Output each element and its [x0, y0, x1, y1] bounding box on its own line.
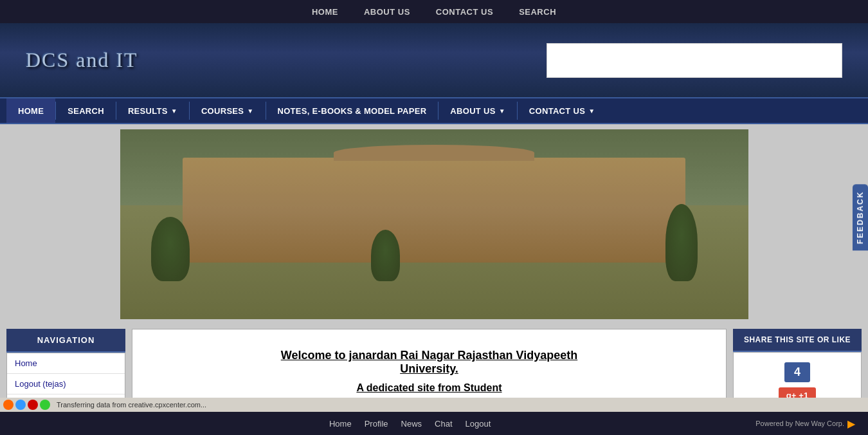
- welcome-line2: University.: [400, 362, 458, 375]
- powered-icon: ▶: [847, 418, 855, 430]
- status-bar: Transferring data from creative.cpxcente…: [0, 398, 868, 412]
- site-logo: DCS and IT: [26, 48, 138, 72]
- header-search-input[interactable]: [547, 43, 842, 78]
- top-home-link[interactable]: HOME: [312, 7, 338, 17]
- nav-about[interactable]: ABOUT US ▼: [439, 98, 517, 123]
- powered-text: Powered by New Way Corp.: [755, 420, 844, 427]
- hero-wrapper: [0, 124, 868, 322]
- share-header: SHARE THIS SITE OR LIKE: [733, 329, 862, 352]
- hero-overlay: [120, 129, 748, 319]
- footer-profile[interactable]: Profile: [365, 419, 388, 429]
- nav-notes[interactable]: NOTES, E-BOOKS & MODEL PAPER: [266, 98, 439, 123]
- welcome-title: Welcome to janardan Rai Nagar Rajasthan …: [145, 349, 713, 376]
- nav-about-label: ABOUT US: [450, 106, 495, 116]
- nav-courses-arrow: ▼: [247, 107, 253, 115]
- nav-contact[interactable]: CONTACT US ▼: [518, 98, 606, 123]
- status-dot-3: [28, 400, 38, 410]
- nav-contact-arrow: ▼: [588, 107, 595, 115]
- footer-logout[interactable]: Logout: [466, 419, 491, 429]
- nav-results-label: RESULTS: [128, 106, 168, 116]
- top-bar: HOME ABOUT US CONTACT US SEARCH: [0, 0, 868, 23]
- footer-news[interactable]: News: [401, 419, 422, 429]
- feedback-tab[interactable]: FEEDBACK: [853, 185, 868, 251]
- footer-bar: Home Profile News Chat Logout Powered by…: [0, 412, 868, 435]
- sidebar-nav-home[interactable]: Home: [7, 353, 125, 374]
- top-about-link[interactable]: ABOUT US: [364, 7, 410, 17]
- status-dot-4: [40, 400, 50, 410]
- status-dot-1: [3, 400, 14, 410]
- sidebar-nav-logout[interactable]: Logout (tejas): [7, 374, 125, 394]
- fb-count: 4: [784, 362, 810, 382]
- nav-results[interactable]: RESULTS ▼: [116, 98, 189, 123]
- welcome-subtitle: A dedicated site from Student: [145, 382, 713, 394]
- sidebar-header: NAVIGATION: [6, 329, 125, 353]
- hero-scene: [120, 129, 748, 319]
- nav-search[interactable]: SEARCH: [56, 98, 116, 123]
- top-contact-link[interactable]: CONTACT US: [436, 7, 493, 17]
- status-dot-2: [15, 400, 26, 410]
- nav-courses-label: COURSES: [201, 106, 244, 116]
- nav-contact-label: CONTACT US: [529, 106, 585, 116]
- status-icons: [3, 400, 50, 410]
- nav-bar: HOME SEARCH RESULTS ▼ COURSES ▼ NOTES, E…: [0, 97, 868, 124]
- welcome-line1: Welcome to janardan Rai Nagar Rajasthan …: [281, 349, 577, 362]
- footer-home[interactable]: Home: [329, 419, 352, 429]
- header: DCS and IT: [0, 23, 868, 97]
- footer-powered: Powered by New Way Corp. ▶: [755, 418, 855, 430]
- hero-image: [120, 129, 748, 319]
- top-search-link[interactable]: SEARCH: [519, 7, 556, 17]
- nav-about-arrow: ▼: [499, 107, 505, 115]
- nav-home[interactable]: HOME: [6, 98, 55, 123]
- footer-chat[interactable]: Chat: [435, 419, 452, 429]
- footer-nav: Home Profile News Chat Logout: [64, 419, 755, 429]
- nav-results-arrow: ▼: [171, 107, 177, 115]
- status-text: Transferring data from creative.cpxcente…: [57, 401, 206, 409]
- nav-courses[interactable]: COURSES ▼: [190, 98, 266, 123]
